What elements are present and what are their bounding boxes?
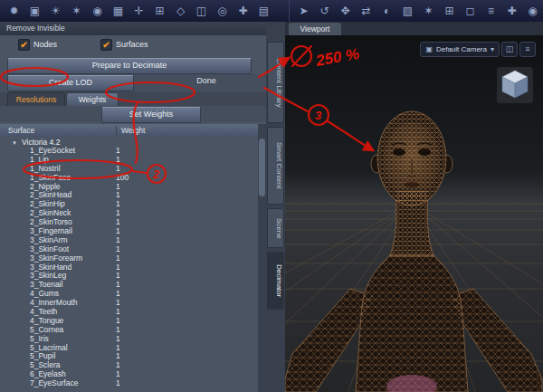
view-cube-gizmo[interactable] bbox=[496, 66, 534, 104]
side-tab-smart-content[interactable]: Smart Content bbox=[267, 127, 284, 205]
panel-icon[interactable]: ▤ bbox=[253, 5, 274, 17]
viewport-menu-button[interactable]: ≡ bbox=[519, 42, 536, 57]
decimator-panel: Remove Invisible ✔ Nodes ✔ Surfaces Prep… bbox=[0, 22, 266, 392]
dot-icon[interactable]: ◉ bbox=[522, 5, 543, 17]
set-weights-button[interactable]: Set Weights bbox=[101, 107, 201, 123]
sun-icon[interactable]: ✶ bbox=[66, 5, 87, 17]
surface-table-header: Surface Weight bbox=[0, 124, 266, 137]
nodes-checkbox[interactable]: ✔ Nodes bbox=[18, 39, 57, 51]
panel-header: Remove Invisible bbox=[0, 22, 266, 35]
surface-icon[interactable]: ◫ bbox=[191, 5, 212, 17]
side-tab-decimator[interactable]: Decimator bbox=[267, 252, 284, 310]
checkbox-check-icon[interactable]: ✔ bbox=[18, 39, 30, 51]
surfaces-checkbox-label: Surfaces bbox=[116, 40, 148, 49]
checkbox-check-icon[interactable]: ✔ bbox=[100, 39, 112, 51]
viewport-canvas[interactable]: ▣ Default Camera ▾ ◫ ≡ bbox=[285, 35, 543, 392]
checkbox-row: ✔ Nodes ✔ Surfaces bbox=[0, 36, 266, 53]
add-icon[interactable]: ✚ bbox=[233, 5, 253, 17]
viewport-panel: Viewport bbox=[285, 22, 543, 392]
set-weights-row: Set Weights bbox=[0, 106, 266, 122]
surface-weight: 1 bbox=[116, 379, 120, 388]
create-lod-button[interactable]: Create LOD bbox=[7, 75, 134, 91]
surface-list: ▼ Victoria 4.2 1_EyeSocket11_Lip11_Nostr… bbox=[0, 138, 257, 390]
translate-tool-icon[interactable]: ✥ bbox=[335, 5, 356, 17]
grid-icon[interactable]: ▦ bbox=[108, 5, 129, 17]
toolbar-left: ✹▣☀✶◉▦✛⊞◇◫◎✚▤ bbox=[0, 0, 289, 22]
shade-icon[interactable]: ▨ bbox=[397, 5, 418, 17]
panel-tab-row: Resolutions Weights bbox=[0, 91, 266, 106]
cube-icon[interactable]: ⊞ bbox=[149, 5, 170, 17]
plus-icon[interactable]: ✚ bbox=[501, 5, 522, 17]
star-icon[interactable]: ✶ bbox=[418, 5, 439, 17]
column-surface[interactable]: Surface bbox=[8, 126, 34, 135]
movie-camera-icon[interactable]: ▣ bbox=[24, 5, 45, 17]
select-cursor-icon[interactable]: ➤ bbox=[293, 5, 314, 17]
rotate-tool-icon[interactable]: ↺ bbox=[314, 5, 335, 17]
lod-row: Create LOD Done bbox=[0, 74, 266, 91]
scale-tool-icon[interactable]: ⇄ bbox=[356, 5, 376, 17]
surfaces-checkbox[interactable]: ✔ Surfaces bbox=[100, 39, 148, 51]
side-tab-scene[interactable]: Scene bbox=[267, 208, 284, 248]
grid-toggle-icon[interactable]: ⊞ bbox=[439, 5, 460, 17]
light-icon[interactable]: ☀ bbox=[45, 5, 66, 17]
frame-icon[interactable]: ◻ bbox=[460, 5, 481, 17]
camera-selector-label: Default Camera bbox=[436, 45, 487, 53]
geometry-icon[interactable]: ◇ bbox=[170, 5, 191, 17]
side-tab-content-library[interactable]: Content Library bbox=[267, 42, 284, 123]
orbit-tool-icon[interactable]: ◐ bbox=[376, 5, 397, 17]
panel-scrollbar[interactable] bbox=[258, 124, 266, 392]
surface-row[interactable]: 7_EyeSurface1 bbox=[0, 379, 257, 388]
target-icon[interactable]: ◉ bbox=[87, 5, 108, 17]
nodes-checkbox-label: Nodes bbox=[33, 40, 57, 49]
column-weight[interactable]: Weight bbox=[116, 126, 145, 135]
camera-selector[interactable]: ▣ Default Camera ▾ bbox=[420, 42, 500, 57]
surface-name: 7_EyeSurface bbox=[30, 379, 78, 388]
tab-viewport[interactable]: Viewport bbox=[289, 23, 341, 35]
viewport-options-button[interactable]: ◫ bbox=[501, 42, 518, 57]
prepare-to-decimate-button[interactable]: Prepare to Decimate bbox=[7, 58, 252, 74]
chevron-down-icon: ▾ bbox=[491, 45, 494, 53]
sphere-icon[interactable]: ◎ bbox=[212, 5, 233, 17]
application-window: ✹▣☀✶◉▦✛⊞◇◫◎✚▤ ➤↺✥⇄◐▨✶⊞◻≡✚◉ Remove Invisi… bbox=[0, 0, 543, 392]
render-icon[interactable]: ✹ bbox=[4, 5, 24, 17]
camera-icon: ▣ bbox=[425, 45, 433, 53]
menu-icon[interactable]: ≡ bbox=[481, 5, 501, 17]
panel-scrollbar-thumb[interactable] bbox=[259, 139, 265, 196]
main-toolbar: ✹▣☀✶◉▦✛⊞◇◫◎✚▤ ➤↺✥⇄◐▨✶⊞◻≡✚◉ bbox=[0, 0, 543, 22]
toolbar-right: ➤↺✥⇄◐▨✶⊞◻≡✚◉ bbox=[289, 0, 543, 22]
node-icon[interactable]: ✛ bbox=[129, 5, 149, 17]
viewport-tabbar: Viewport bbox=[285, 22, 543, 35]
done-button[interactable]: Done bbox=[179, 76, 233, 85]
side-tab-strip: Content LibrarySmart ContentSceneDecimat… bbox=[266, 22, 285, 392]
